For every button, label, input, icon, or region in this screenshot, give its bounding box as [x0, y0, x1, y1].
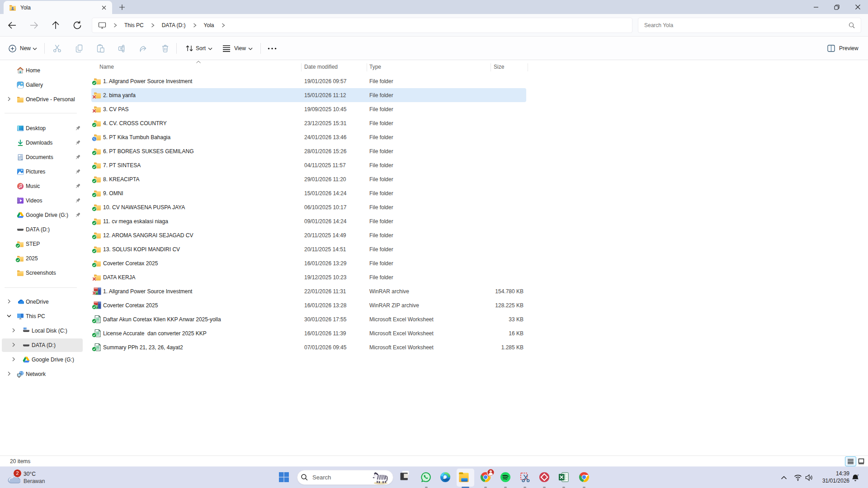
svg-text:z: z	[858, 474, 859, 476]
